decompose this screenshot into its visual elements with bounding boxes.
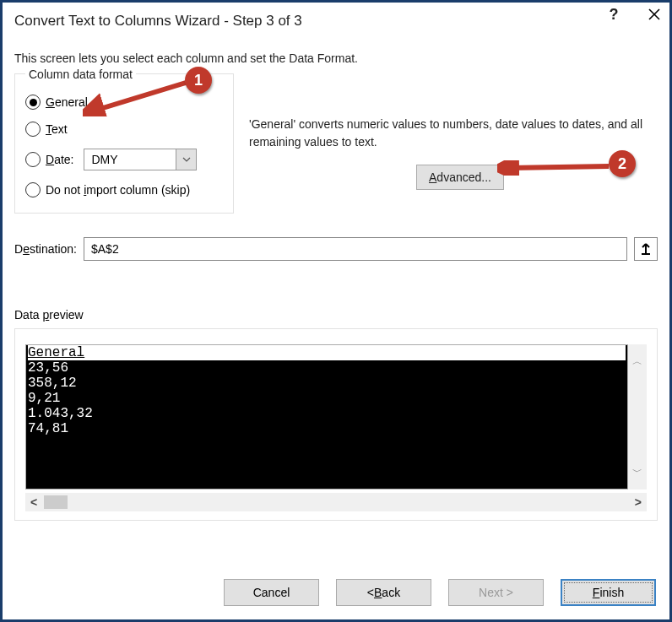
annotation-badge-1: 1	[185, 67, 212, 94]
preview-row: 1.043,32	[28, 406, 626, 421]
radio-icon	[25, 95, 41, 110]
back-button[interactable]: < Back	[336, 579, 431, 606]
radio-text[interactable]: Text	[25, 122, 223, 137]
column-data-format-group: Column data format General Text Date: DM…	[14, 73, 234, 214]
radio-skip[interactable]: Do not import column (skip)	[25, 182, 223, 197]
help-icon[interactable]: ?	[605, 6, 622, 23]
preview-column[interactable]: General 23,56 358,12 9,21 1.043,32 74,81	[25, 344, 628, 489]
preview-row: 23,56	[28, 360, 626, 376]
data-preview-box: General 23,56 358,12 9,21 1.043,32 74,81…	[14, 328, 658, 521]
advanced-button[interactable]: Advanced...	[416, 165, 504, 190]
titlebar: Convert Text to Columns Wizard - Step 3 …	[3, 3, 669, 40]
group-label: Column data format	[25, 68, 136, 81]
scroll-left-icon[interactable]: <	[30, 495, 37, 509]
scroll-thumb[interactable]	[44, 495, 68, 509]
button-bar: Cancel < Back Next > Finish	[3, 565, 669, 619]
radio-general[interactable]: General	[25, 95, 223, 110]
destination-input[interactable]	[84, 237, 627, 261]
radio-skip-label: Do not import column (skip)	[46, 183, 190, 197]
close-icon[interactable]	[646, 6, 663, 23]
data-preview-label: Data preview	[14, 308, 658, 322]
radio-general-label: General	[46, 95, 88, 109]
instruction-text: This screen lets you select each column …	[14, 51, 658, 65]
date-format-select[interactable]: DMY	[84, 149, 197, 170]
preview-column-header: General	[28, 345, 626, 360]
finish-button[interactable]: Finish	[561, 579, 656, 606]
radio-date-label: Date:	[46, 153, 73, 166]
radio-icon	[25, 182, 41, 197]
date-format-value: DMY	[84, 149, 176, 170]
dialog-title: Convert Text to Columns Wizard - Step 3 …	[14, 13, 302, 30]
preview-row: 358,12	[28, 376, 626, 391]
radio-text-label: Text	[46, 122, 68, 136]
next-button: Next >	[448, 579, 544, 606]
radio-date[interactable]: Date: DMY	[25, 149, 223, 170]
preview-row: 9,21	[28, 391, 626, 406]
scroll-up-icon[interactable]: ︿	[632, 354, 642, 369]
scroll-down-icon[interactable]: ﹀	[632, 465, 642, 479]
preview-row: 74,81	[28, 421, 626, 436]
scroll-right-icon[interactable]: >	[635, 495, 642, 509]
radio-icon	[25, 122, 41, 137]
range-selector-button[interactable]	[634, 237, 658, 261]
radio-icon	[25, 152, 41, 167]
chevron-down-icon[interactable]	[176, 149, 196, 170]
format-description-panel: 'General' converts numeric values to num…	[241, 73, 658, 214]
annotation-badge-2: 2	[609, 150, 636, 177]
horizontal-scrollbar[interactable]: < >	[25, 493, 647, 511]
cancel-button[interactable]: Cancel	[224, 579, 319, 606]
destination-label: Destination:	[14, 242, 77, 256]
format-description: 'General' converts numeric values to num…	[249, 116, 651, 151]
vertical-scrollbar[interactable]: ︿ ﹀	[628, 344, 647, 489]
wizard-dialog: Convert Text to Columns Wizard - Step 3 …	[0, 0, 672, 622]
